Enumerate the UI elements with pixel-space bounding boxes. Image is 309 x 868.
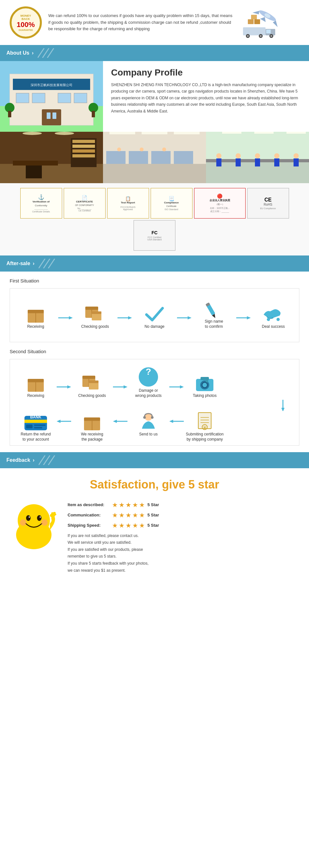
- down-arrow-wrapper: [15, 400, 294, 411]
- cert-verification: ⚓ Verification of Conformity —————— Cert…: [20, 188, 62, 219]
- arrow1-3-svg: [177, 316, 192, 320]
- svg-rect-129: [26, 425, 32, 428]
- office1-svg: [0, 132, 103, 183]
- svg-rect-73: [222, 132, 242, 134]
- svg-rect-7: [266, 30, 271, 33]
- svg-point-47: [55, 132, 74, 135]
- arrow1-4: [236, 316, 251, 329]
- cert-test-report: 📋 Test Report FCC/CE/RoHS Approved: [107, 188, 149, 219]
- sit1-dealsuccess-label: Deal success: [262, 324, 284, 330]
- svg-point-122: [202, 383, 207, 387]
- svg-point-142: [151, 416, 153, 419]
- sit2-checking: Checking goods: [71, 372, 113, 399]
- rating-comm-label: Communication:: [67, 513, 109, 517]
- cert-business-license: 🔴 企业法人营业执照 （统一） 名称：深圳市正帆... 成立日期：______: [194, 188, 246, 219]
- rating-comm-stars: ★ ★ ★ ★ ★: [112, 511, 145, 519]
- arrow2-1: [57, 385, 71, 398]
- svg-marker-125: [281, 408, 284, 411]
- rating-item-label: Item as described:: [67, 502, 109, 507]
- camera-icon: [193, 372, 216, 393]
- about-us-label: About Us: [6, 50, 29, 56]
- svg-rect-5: [243, 27, 265, 35]
- star2s: ★: [119, 522, 124, 529]
- sit1-signname: Sign nameto comfirm: [193, 298, 235, 329]
- svg-rect-44: [73, 149, 95, 153]
- arrow2-back3-svg: [169, 419, 184, 424]
- arrow2-2: [113, 385, 128, 398]
- shipping-svg: [242, 6, 299, 38]
- svg-point-59: [162, 148, 166, 151]
- sit1-receiving-label: Receiving: [27, 324, 44, 330]
- svg-rect-111: [89, 380, 99, 383]
- support-icon: [137, 411, 160, 432]
- svg-rect-34: [8, 111, 11, 117]
- after-sale-bar[interactable]: After-sale ›: [0, 255, 309, 272]
- svg-rect-74: [254, 132, 274, 134]
- situation2-top-row: Receiving Checking goods: [15, 366, 294, 400]
- cert-ce-rohs: CE RoHS EU Compliance: [247, 188, 289, 219]
- svg-rect-39: [13, 161, 58, 165]
- sit1-signname-label: Sign nameto comfirm: [205, 319, 223, 329]
- rating-item-count: 5 Star: [147, 502, 159, 507]
- sit2-we-receiving: We receivingthe package: [71, 411, 113, 442]
- svg-rect-16: [251, 15, 257, 19]
- shipping-illustration: [242, 6, 299, 38]
- sit2-receiving-label: Receiving: [27, 393, 45, 399]
- feedback-line-1: If you are not satisfied, please contact…: [67, 532, 299, 539]
- feedback-content: Satisfaction, give 5 star: [0, 468, 309, 584]
- cert-conformity: 📄 CERTIFICATE OF CONFORMITY No. ________…: [64, 188, 106, 219]
- feedback-line-6: we can reward you $1 as present.: [67, 567, 299, 574]
- svg-marker-113: [123, 385, 128, 389]
- svg-marker-144: [169, 420, 173, 423]
- svg-rect-51: [129, 151, 148, 164]
- satisfaction-body: Item as described: ★ ★ ★ ★ ★ 5 Star Comm…: [10, 499, 299, 574]
- arrow1-1-svg: [58, 316, 73, 320]
- arrow2-back2: [113, 411, 128, 433]
- svg-point-9: [247, 35, 249, 37]
- svg-point-69: [274, 153, 279, 158]
- about-us-chevron: ›: [32, 50, 33, 56]
- svg-rect-53: [174, 151, 193, 164]
- sit1-nodamage: No damage: [134, 303, 175, 330]
- svg-marker-98: [247, 316, 251, 319]
- cert-fcc: FC FCC Certified USA Standard: [134, 220, 175, 251]
- svg-rect-75: [286, 132, 306, 134]
- svg-point-46: [23, 132, 42, 135]
- star1s: ★: [112, 522, 118, 529]
- svg-rect-49: [103, 164, 206, 183]
- svg-point-63: [216, 153, 221, 158]
- svg-point-160: [39, 517, 41, 518]
- company-info: Company Profile SHENZHEN SHI ZHENG FAN T…: [103, 61, 309, 132]
- smiley-illustration: [10, 499, 61, 552]
- arrow2-back1: [57, 411, 71, 433]
- sit2-we-receiving-label: We receivingthe package: [81, 432, 103, 442]
- rating-row-ship: Shipping Speed: ★ ★ ★ ★ ★ 5 Star: [67, 522, 299, 529]
- cert-doc-icon: ★: [193, 411, 216, 432]
- star4c: ★: [132, 511, 138, 519]
- sit2-photos-label: Taking photos: [193, 393, 217, 399]
- signname-icon: [203, 298, 225, 319]
- we-receiving-icon: [81, 411, 103, 432]
- sit1-receiving: Receiving: [15, 303, 57, 330]
- badge-money-text: MONEY: [20, 14, 31, 18]
- star5s: ★: [139, 522, 145, 529]
- svg-rect-31: [53, 113, 56, 119]
- svg-rect-30: [47, 113, 51, 119]
- situation1-title: First Situation: [10, 278, 299, 283]
- feedback-chevron: ›: [33, 457, 34, 463]
- sit1-nodamage-label: No damage: [144, 324, 165, 330]
- svg-marker-139: [113, 420, 117, 423]
- svg-point-11: [260, 35, 262, 37]
- arrow2-back1-svg: [57, 419, 71, 424]
- checking1-icon: [84, 303, 106, 324]
- feedback-bar[interactable]: Feedback ›: [0, 452, 309, 468]
- svg-text:★: ★: [204, 427, 206, 429]
- company-section: 深圳市正帆科技发展有限公司 Company Profile SHENZHEN S…: [0, 61, 309, 183]
- about-us-bar[interactable]: About Us ›: [0, 45, 309, 61]
- svg-point-67: [255, 153, 260, 158]
- rating-ship-count: 5 Star: [147, 523, 159, 528]
- star4: ★: [132, 501, 138, 509]
- svg-rect-26: [32, 93, 45, 103]
- after-sale-chevron: ›: [33, 260, 34, 267]
- sit2-photos: Taking photos: [184, 372, 226, 399]
